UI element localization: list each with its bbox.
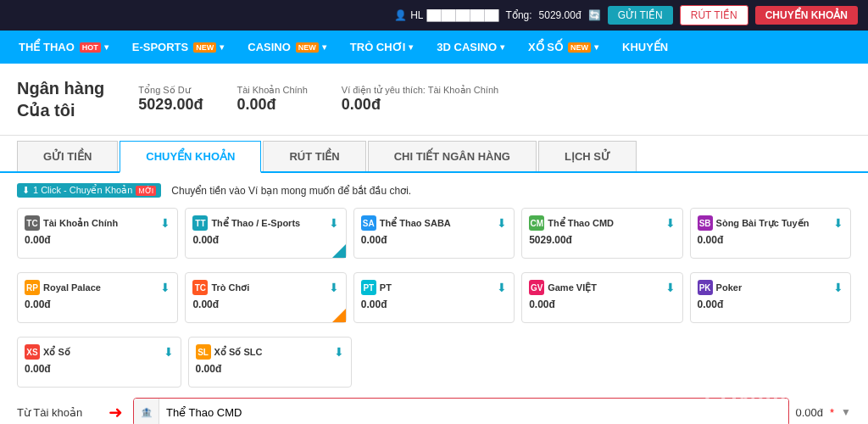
wallet-card-thethao-esports[interactable]: TT Thể Thao / E-Sports ⬇ 0.00đ	[185, 208, 346, 259]
arrow-red-tu: ➜	[108, 402, 123, 422]
one-click-label[interactable]: ⬇ 1 Click - Chuyển Khoản MỚI	[17, 183, 161, 198]
wallet-card-header-2: SA Thể Thao SABA ⬇	[361, 215, 507, 231]
download-icon-9[interactable]: ⬇	[833, 281, 843, 294]
download-icon-3[interactable]: ⬇	[665, 216, 676, 230]
tu-taikhoan-label: Từ Tài khoản	[17, 406, 102, 419]
wallet-balance-0: 0.00đ	[25, 234, 170, 246]
wallet-card-header-9: PK Poker ⬇	[698, 280, 843, 295]
wallet-balance-6: 0.00đ	[192, 298, 338, 310]
wallet-card-header-6: TC Trò Chơi ⬇	[192, 280, 338, 295]
wallet-card-poker[interactable]: PK Poker ⬇ 0.00đ	[690, 272, 851, 323]
wallet-card-songbai[interactable]: SB Sòng Bài Trực Tuyến ⬇ 0.00đ	[690, 208, 851, 259]
page-title: Ngân hàng Của tôi	[17, 77, 104, 121]
nav-item-esports[interactable]: E-SPORTS NEW ▾	[120, 31, 236, 64]
one-click-text: 1 Click - Chuyển Khoản	[33, 185, 132, 196]
wallet-card-header-8: GV Game VIỆT ⬇	[529, 280, 675, 295]
wallet-grid-row1: TC Tài Khoản Chính ⬇ 0.00đ TT Thể Thao /…	[17, 208, 851, 259]
chuyen-khoan-button[interactable]: CHUYỂN KHOẢN	[755, 6, 858, 25]
tab-lich-su[interactable]: LỊCH SỬ	[538, 141, 637, 171]
nav-item-3dcasino[interactable]: 3D CASINO ▾	[425, 31, 516, 64]
nav-badge-hot-thethao: HOT	[80, 42, 101, 53]
download-icon-8[interactable]: ⬇	[665, 281, 676, 294]
download-icon-5[interactable]: ⬇	[160, 281, 170, 294]
chevron-trochoi: ▾	[409, 42, 413, 52]
wallet-balance-4: 0.00đ	[698, 234, 843, 246]
wallet-card-xoso[interactable]: XS Xổ Số ⬇ 0.00đ	[17, 337, 181, 388]
nav-item-casino[interactable]: CASINO NEW ▾	[236, 31, 338, 64]
tab-chi-tiet[interactable]: CHI TIẾT NGÂN HÀNG	[368, 141, 537, 171]
content-description: Chuyển tiền vào Ví bạn mong muốn để bắt …	[171, 185, 411, 197]
main-account-label: Tài Khoản Chính	[236, 85, 307, 96]
nav-label-esports: E-SPORTS	[132, 41, 188, 53]
wallet-name-9: PK Poker	[698, 280, 743, 295]
tab-rut-tien[interactable]: RÚT TIỀN	[263, 141, 365, 171]
wallet-name-1: TT Thể Thao / E-Sports	[192, 215, 300, 231]
wallet-card-header-0: TC Tài Khoản Chính ⬇	[25, 215, 170, 231]
wallet-card-saba[interactable]: SA Thể Thao SABA ⬇ 0.00đ	[353, 208, 515, 259]
tab-chuyen-khoan[interactable]: CHUYỂN KHOẢN	[120, 141, 261, 173]
wallet-name-4: SB Sòng Bài Trực Tuyến	[698, 215, 810, 231]
wallet-icon-7: PT	[361, 280, 376, 295]
wallet-card-header-4: SB Sòng Bài Trực Tuyến ⬇	[698, 215, 843, 231]
wallet-card-header-3: CM Thể Thao CMD ⬇	[529, 215, 675, 231]
nav-label-khuyen: KHUYẾN	[622, 41, 668, 53]
nav-item-khuyen[interactable]: KHUYẾN	[610, 31, 680, 64]
download-icon-7[interactable]: ⬇	[497, 281, 507, 294]
nav-badge-new-esports: NEW	[193, 42, 216, 53]
download-icon-11[interactable]: ⬇	[334, 345, 344, 359]
chevron-casino: ▾	[322, 42, 326, 52]
wallet-name-8: GV Game VIỆT	[529, 280, 597, 295]
wallet-card-pt[interactable]: PT PT ⬇ 0.00đ	[353, 272, 515, 323]
wallet-icon-10: XS	[25, 344, 40, 360]
wallet-card-taikhoanchinh[interactable]: TC Tài Khoản Chính ⬇ 0.00đ	[17, 208, 178, 259]
wallet-card-royalpalace[interactable]: RP Royal Palace ⬇ 0.00đ	[17, 272, 178, 323]
wallet-grid-row2: RP Royal Palace ⬇ 0.00đ TC Trò Chơi ⬇ 0.…	[17, 272, 851, 323]
wallet-name-0: TC Tài Khoản Chính	[25, 215, 118, 231]
gui-tien-button[interactable]: GỬI TIỀN	[608, 6, 673, 25]
wallet-card-cmd[interactable]: CM Thể Thao CMD ⬇ 5029.00đ	[521, 208, 682, 259]
wallet-balance-11: 0.00đ	[196, 363, 345, 375]
wallet-icon-8: GV	[529, 280, 544, 295]
download-icon-1[interactable]: ⬇	[329, 216, 339, 230]
download-icon-2[interactable]: ⬇	[497, 216, 507, 230]
wallet-name-2: SA Thể Thao SABA	[361, 215, 451, 231]
wallet-card-gameviet[interactable]: GV Game VIỆT ⬇ 0.00đ	[521, 272, 682, 323]
user-icon: 👤	[394, 9, 407, 21]
nav-label-casino: CASINO	[248, 41, 291, 53]
nav-item-thethao[interactable]: THỂ THAO HOT ▾	[7, 31, 120, 64]
wallet-balance-8: 0.00đ	[529, 298, 675, 310]
total-balance-box: Tổng Số Dư 5029.00đ	[138, 85, 203, 114]
nav-item-trochoi[interactable]: TRÒ CHƠI ▾	[338, 31, 425, 64]
triangle-6	[332, 309, 346, 322]
download-icon-6[interactable]: ⬇	[329, 281, 339, 294]
nav-badge-new-casino: NEW	[296, 42, 319, 53]
username: HL	[410, 9, 423, 21]
refresh-icon[interactable]: 🔄	[588, 9, 601, 21]
wallet-icon-2: SA	[361, 215, 376, 231]
tu-dropdown-icon[interactable]: ▼	[841, 406, 851, 418]
wallet-balance-9: 0.00đ	[698, 298, 843, 310]
tab-gui-tien[interactable]: GỬI TIỀN	[17, 141, 118, 171]
chevron-xoso: ▾	[594, 42, 598, 52]
form-row-tu: Từ Tài khoản ➜ 🏦 0.00đ * ▼	[17, 398, 851, 424]
tu-taikhoan-input[interactable]	[159, 399, 788, 424]
total-balance-value: 5029.00đ	[138, 96, 203, 114]
download-icon-10[interactable]: ⬇	[164, 345, 174, 359]
nav-item-xoso[interactable]: XỔ SỐ NEW ▾	[516, 31, 610, 64]
wallet-balance-3: 5029.00đ	[529, 234, 675, 246]
tu-amount-right: 0.00đ * ▼	[796, 406, 852, 419]
nav-bar: THỂ THAO HOT ▾ E-SPORTS NEW ▾ CASINO NEW…	[0, 31, 868, 64]
wallet-name-3: CM Thể Thao CMD	[529, 215, 614, 231]
username-masked: ██████████	[427, 9, 499, 21]
nav-label-xoso: XỔ SỐ	[528, 41, 563, 53]
wallet-card-header-10: XS Xổ Số ⬇	[25, 344, 174, 360]
page-title-block: Ngân hàng Của tôi	[17, 77, 104, 121]
download-icon-0[interactable]: ⬇	[160, 216, 170, 230]
wallet-card-trochoi[interactable]: TC Trò Chơi ⬇ 0.00đ	[185, 272, 346, 323]
wallet-card-xoso-slc[interactable]: SL Xổ Số SLC ⬇ 0.00đ	[188, 337, 353, 388]
total-balance-label: Tổng Số Dư	[138, 85, 203, 96]
wallet-icon-1: TT	[192, 215, 208, 231]
rut-tien-button[interactable]: RÚT TIỀN	[680, 5, 748, 25]
download-icon-4[interactable]: ⬇	[833, 216, 843, 230]
user-info: 👤 HL ██████████	[394, 9, 498, 21]
